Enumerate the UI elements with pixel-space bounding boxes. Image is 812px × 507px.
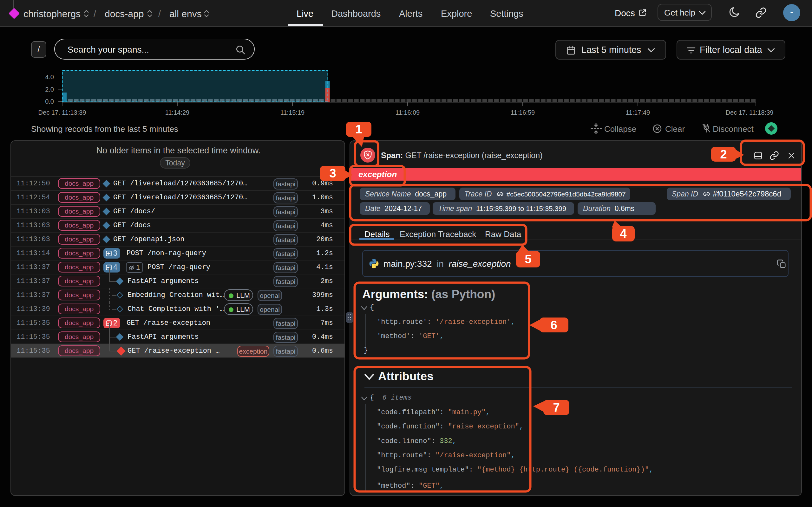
svg-text:2: 2 <box>720 148 727 161</box>
svg-text:7: 7 <box>553 401 560 414</box>
svg-text:3: 3 <box>329 167 336 180</box>
svg-text:5: 5 <box>525 252 531 266</box>
svg-text:6: 6 <box>550 319 557 332</box>
svg-text:4: 4 <box>620 227 626 240</box>
svg-text:1: 1 <box>355 123 362 136</box>
